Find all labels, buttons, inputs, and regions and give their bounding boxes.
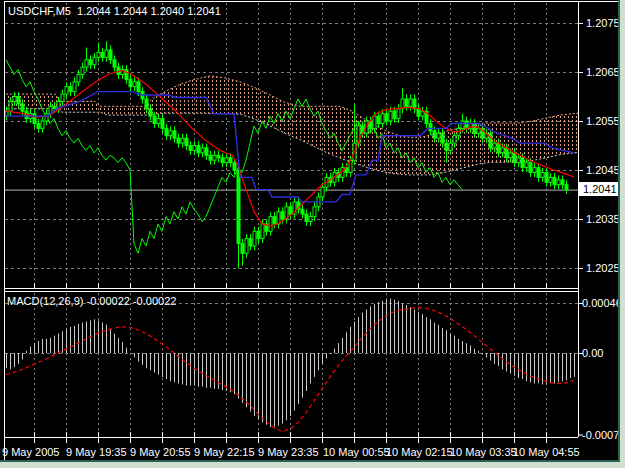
price-axis-label: 1.2075: [586, 17, 620, 29]
symbol-timeframe-label: USDCHF,M5: [8, 5, 71, 17]
chart-canvas[interactable]: [0, 0, 625, 468]
time-axis-label: 10 May 00:55: [323, 446, 390, 458]
current-price-value: 1.2041: [583, 183, 617, 195]
time-axis-label: 10 May 04:55: [513, 446, 580, 458]
time-axis-label: 10 May 02:15: [386, 446, 453, 458]
time-axis-label: 10 May 03:35: [450, 446, 517, 458]
time-axis-label: 9 May 19:35: [66, 446, 127, 458]
time-axis-label: 9 May 22:15: [194, 446, 255, 458]
price-axis-label: 1.2065: [586, 66, 620, 78]
macd-indicator-label: MACD(12,26,9) -0.00022 -0.00022: [7, 295, 176, 307]
price-axis-label: 1.2055: [586, 115, 620, 127]
macd-axis-label: 0.00: [582, 347, 603, 359]
mt4-chart-window: USDCHF,M5 1.2044 1.2044 1.2040 1.2041 MA…: [0, 0, 625, 468]
time-axis-label: 9 May 20:55: [130, 446, 191, 458]
window-border-right: [620, 0, 625, 468]
macd-axis-label: 0.00046: [582, 297, 622, 309]
time-axis-label: 9 May 23:35: [258, 446, 319, 458]
price-axis-label: 1.2045: [586, 164, 620, 176]
chart-title: USDCHF,M5 1.2044 1.2044 1.2040 1.2041: [8, 5, 221, 17]
price-axis-label: 1.2035: [586, 213, 620, 225]
current-price-tag: 1.2041: [579, 182, 623, 196]
price-axis-label: 1.2025: [586, 262, 620, 274]
ohlc-quote-values: 1.2044 1.2044 1.2040 1.2041: [77, 5, 221, 17]
window-border-bottom: [0, 462, 625, 468]
time-axis-label: 9 May 2005: [2, 446, 59, 458]
